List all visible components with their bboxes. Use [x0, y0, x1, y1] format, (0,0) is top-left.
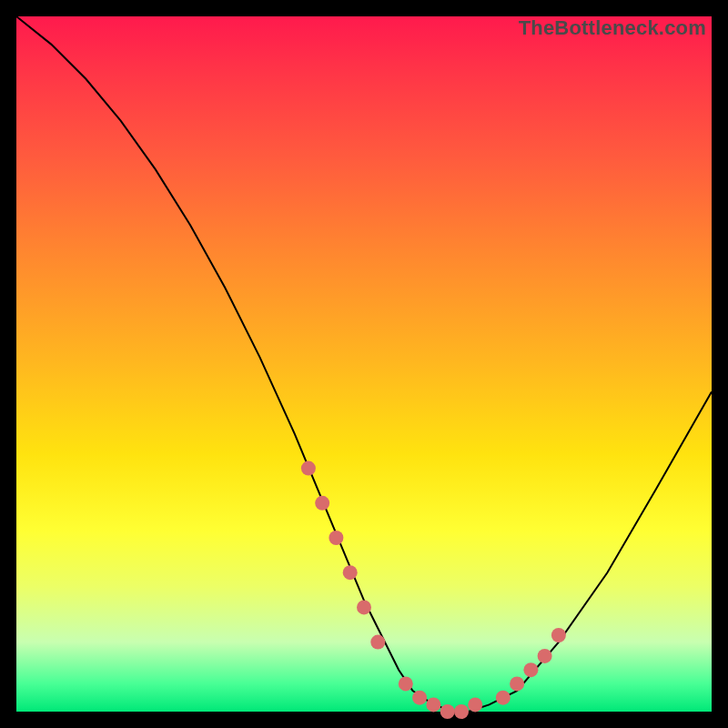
curve-marker [426, 697, 440, 712]
curve-marker [370, 635, 385, 650]
curve-marker [454, 704, 469, 719]
curve-marker [523, 662, 538, 677]
curve-marker [412, 691, 427, 705]
curve-marker [343, 565, 358, 580]
curve-marker [329, 531, 343, 545]
curve-marker [551, 628, 566, 642]
chart-frame: TheBottleneck.com [0, 0, 728, 728]
curve-marker [538, 649, 552, 663]
plot-area: TheBottleneck.com [16, 16, 712, 712]
curve-marker [496, 691, 511, 705]
curve-marker [399, 676, 413, 691]
curve-marker [468, 697, 482, 712]
curve-marker [301, 461, 316, 476]
curve-marker [315, 496, 329, 511]
curve-marker [357, 600, 371, 614]
curve-marker [440, 704, 455, 719]
curve-marker [510, 676, 524, 691]
curve-svg [16, 16, 712, 712]
